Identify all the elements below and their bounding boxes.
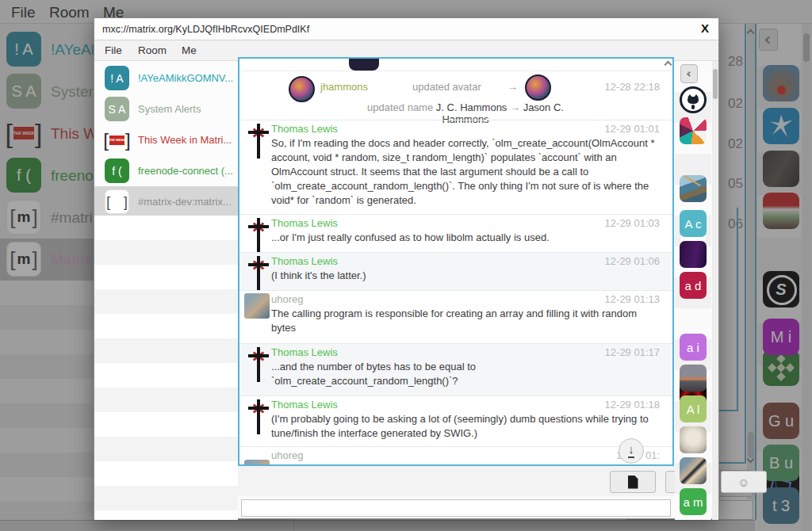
jhammons-avatar	[289, 76, 315, 102]
cross-avatar	[246, 347, 270, 382]
purple-photo-avatar[interactable]	[680, 241, 707, 268]
github-avatar[interactable]	[680, 86, 707, 113]
chevron-left-icon	[686, 71, 691, 76]
twim-room-avatar: [THE WEEK]	[105, 128, 129, 152]
uhoreg-avatar	[244, 460, 270, 464]
cross-avatar	[246, 256, 270, 291]
room-list-item[interactable]: f ( freenode-connect (...	[94, 155, 238, 186]
window-titlebar[interactable]: mxc://matrix.org/KyLDJQfIHbRcvxQIEDmPdIK…	[94, 18, 718, 40]
message-row: Thomas Lewis 12-29 01:01 So, if I'm read…	[239, 120, 672, 214]
initials-avatar[interactable]: A c	[680, 210, 707, 237]
matrix-room-avatar: [m]	[105, 189, 129, 214]
timestamp: 12-29 01:06	[605, 255, 660, 267]
room-name: freenode-connect (...	[138, 155, 235, 186]
cross-avatar	[246, 399, 270, 434]
download-arrow-icon: ↓	[628, 439, 634, 458]
message-row: uhoreg 12-29 01:13 The calling program i…	[239, 290, 672, 343]
mxc-viewer-window: mxc://matrix.org/KyLDJQfIHbRcvxQIEDmPdIK…	[94, 17, 719, 519]
attachment-toolbar: ☺	[238, 466, 674, 496]
sender-name: uhoreg	[271, 449, 303, 461]
cross-avatar	[246, 218, 270, 253]
message-row: Thomas Lewis 12-29 01:03 ...or I'm just …	[239, 214, 672, 252]
room-list-item-selected[interactable]: [m] #matrix-dev:matrix...	[94, 186, 238, 217]
boat-photo-avatar[interactable]	[680, 175, 707, 202]
room-name: This Week in Matri...	[138, 124, 235, 155]
message-text: ...and the number of bytes has to be equ…	[271, 360, 661, 388]
message-timeline: jhammons updated avatar → 12-28 22:18 up…	[239, 59, 672, 464]
arrow-icon: →	[510, 101, 520, 113]
puppy-photo-avatar[interactable]	[680, 426, 707, 453]
initials-avatar[interactable]: a d	[680, 272, 707, 299]
room-avatar: ! A	[105, 66, 129, 90]
timestamp: 12-28 22:18	[605, 81, 660, 93]
emoji-button[interactable]: ☺	[721, 471, 767, 493]
twim-logo: THE WEEK	[109, 136, 124, 145]
message-row: Thomas Lewis 12-29 01:17 ...and the numb…	[239, 343, 672, 395]
partial-avatar	[349, 59, 379, 71]
timestamp: 12-29 01:17	[605, 346, 660, 358]
window-title: mxc://matrix.org/KyLDJQfIHbRcvxQIEDmPdIK…	[102, 24, 309, 35]
initials-avatar[interactable]: a m	[680, 488, 707, 515]
state-action: updated avatar	[412, 81, 481, 93]
sender-name: Thomas Lewis	[271, 217, 338, 229]
collapse-members-button[interactable]	[680, 64, 698, 83]
message-text: (I think it's the latter.)	[271, 269, 661, 283]
message-row: Thomas Lewis 12-29 01:18 (I'm probably g…	[239, 395, 672, 446]
sender-name: jhammons	[320, 81, 368, 93]
cross-avatar	[246, 124, 270, 159]
room-avatar: f (	[105, 159, 129, 183]
old-name: J. C. Hammons	[436, 101, 508, 113]
timestamp: 12-29 01:01	[605, 123, 660, 135]
sender-name: Thomas Lewis	[271, 255, 338, 267]
state-event-row: jhammons updated avatar → 12-28 22:18 up…	[239, 71, 672, 120]
message-text: ...or I'm just really confused as to how…	[271, 231, 661, 245]
scroll-to-bottom-button[interactable]: ↓	[619, 438, 644, 464]
screen: File Room Me ! A !AYeAM S A System [THE …	[0, 0, 812, 531]
message-row: Thomas Lewis 12-29 01:06 (I think it's t…	[239, 252, 672, 290]
quilt-avatar[interactable]	[680, 117, 707, 144]
room-name: System Alerts	[138, 94, 235, 124]
initials-avatar[interactable]: A l	[680, 395, 707, 422]
member-list-scrollbar[interactable]	[712, 61, 718, 520]
attach-file-button[interactable]	[610, 471, 656, 493]
room-list-item[interactable]: S A System Alerts	[94, 94, 238, 124]
timeline-pane: jhammons updated avatar → 12-28 22:18 up…	[238, 57, 674, 466]
document-icon	[628, 476, 638, 489]
room-name: #matrix-dev:matrix...	[138, 186, 235, 217]
room-list: ! A !AYeAMikkGOMNV... S A System Alerts …	[94, 61, 238, 520]
sender-name: Thomas Lewis	[271, 123, 338, 135]
timestamp: 12-29 01:13	[605, 293, 660, 305]
sunset-photo-avatar[interactable]	[680, 365, 707, 392]
room-list-item[interactable]: ! A !AYeAMikkGOMNV...	[94, 63, 238, 94]
sender-name: Thomas Lewis	[271, 346, 338, 358]
empty-room-rows	[94, 216, 238, 520]
message-text: (I'm probably going to be asking a lot o…	[271, 412, 661, 441]
message-text: The calling program is responsible for c…	[271, 307, 661, 335]
uhoreg-avatar	[244, 293, 270, 319]
message-input[interactable]	[241, 499, 671, 517]
scroll-up-icon[interactable]	[665, 61, 672, 69]
room-list-item[interactable]: [THE WEEK] This Week in Matri...	[94, 124, 238, 155]
menu-file[interactable]: File	[105, 44, 122, 56]
smiley-icon: ☺	[737, 476, 749, 488]
menu-room[interactable]: Room	[138, 44, 167, 56]
timestamp: 12-29 01:18	[605, 399, 660, 411]
message-row: uhoreg 12-29 01:	[239, 446, 672, 464]
timestamp: 12-29 01:03	[605, 217, 660, 229]
arrow-icon: →	[508, 81, 518, 93]
message-text: So, if I'm reading the docs and header c…	[271, 136, 661, 208]
room-avatar: S A	[105, 97, 129, 121]
scream-art-avatar[interactable]	[680, 457, 707, 484]
sender-name: uhoreg	[271, 293, 303, 305]
new-avatar-preview	[525, 74, 551, 101]
room-name: !AYeAMikkGOMNV...	[138, 63, 235, 94]
close-icon[interactable]: X	[701, 21, 709, 35]
scrollbar-thumb[interactable]	[713, 69, 718, 99]
sender-name: Thomas Lewis	[271, 399, 338, 411]
initials-avatar[interactable]: a i	[680, 334, 707, 361]
menu-me[interactable]: Me	[182, 44, 197, 56]
